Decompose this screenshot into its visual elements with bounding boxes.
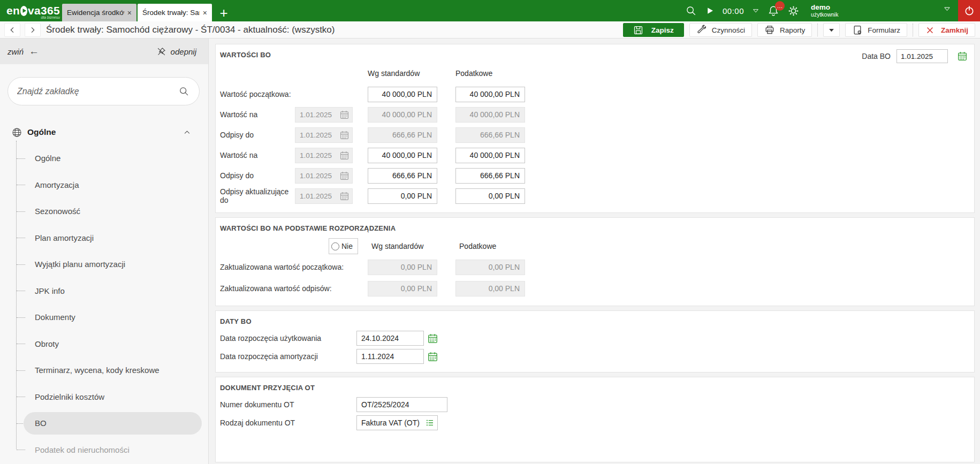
sidebar-item-amortyzacja[interactable]: Amortyzacja [0, 172, 208, 199]
chevron-down-icon[interactable] [943, 5, 951, 13]
rodzaj-dokumentu-ot-select[interactable] [356, 415, 438, 430]
wartosc-na-bo-tax-input[interactable] [455, 148, 525, 163]
form-icon [852, 25, 863, 35]
wartosc-na-date-input [300, 111, 334, 119]
forward-button[interactable] [25, 23, 41, 37]
wartosc-poczatkowa-tax-input[interactable] [455, 87, 525, 102]
arrow-left-icon: ← [29, 45, 39, 57]
sidebar-item-obroty[interactable]: Obroty [0, 331, 208, 357]
calendar-icon [339, 150, 350, 161]
topbar: en va365 dla biznesu Ewidencja środków t… [0, 0, 980, 21]
toolbar: Zapisz Czynności Raporty [618, 23, 975, 37]
sidebar-item-wyjatki-planu[interactable]: Wyjątki planu amortyzacji [0, 251, 208, 278]
sidebar-item-podzielniki[interactable]: Podzielniki kosztów [0, 384, 208, 410]
form-row: Wartość na [220, 145, 967, 165]
data-rozpoczecia-amortyzacji-input[interactable] [356, 349, 424, 364]
section-wartosci-bo: WARTOŚCI BO Data BO Wg standardów Podatk… [215, 44, 975, 213]
odpisy-aktualizujace-tax-input[interactable] [455, 188, 525, 204]
user-menu[interactable]: demo użytkownik [811, 4, 838, 18]
wartosc-poczatkowa-std-input[interactable] [368, 87, 437, 102]
reports-button[interactable]: Raporty [757, 23, 812, 37]
date-field [295, 148, 353, 163]
tab-ewidencja-srodkow[interactable]: Ewidencja środków tr... × [62, 4, 136, 21]
notifications-bell-icon[interactable]: … [768, 5, 779, 17]
form-row: Data rozpoczęcia użytkowania [220, 329, 967, 347]
save-button[interactable]: Zapisz [623, 23, 684, 37]
sidebar-item-dokumenty[interactable]: Dokumenty [0, 304, 208, 331]
search-icon[interactable] [685, 5, 697, 17]
calendar-icon[interactable] [427, 351, 438, 362]
app-window: en va365 dla biznesu Ewidencja środków t… [0, 0, 980, 464]
sidebar-item-plan-amortyzacji[interactable]: Plan amortyzacji [0, 225, 208, 252]
numer-dokumentu-ot-input[interactable] [356, 397, 447, 412]
close-tab-icon[interactable]: × [203, 9, 207, 17]
logo-text-left: en [6, 4, 20, 17]
form-row: Odpisy aktualizujące do [220, 186, 967, 206]
date-field [295, 188, 353, 204]
sidebar-item-ogolne[interactable]: Ogólne [0, 145, 208, 172]
column-header-standardy: Wg standardów [368, 69, 455, 78]
toolbar-separator [817, 24, 818, 36]
section-title: WARTOŚCI BO [220, 51, 967, 63]
sidebar-item-terminarz[interactable]: Terminarz, wycena, kody kreskowe [0, 357, 208, 384]
globe-icon [11, 127, 22, 138]
data-rozpoczecia-uzytkowania-input[interactable] [356, 331, 424, 346]
zaktualizowana-poczatkowa-tax-value [455, 260, 525, 275]
search-tab-input[interactable] [17, 87, 178, 96]
odpisy-aktualizujace-date-input [300, 192, 334, 200]
reports-dropdown-button[interactable] [823, 23, 840, 37]
radio-icon [331, 242, 339, 250]
session-timer: 00:00 [723, 6, 744, 16]
tab-srodek-trwaly[interactable]: Środek trwały: Sam... × [138, 4, 212, 21]
timer-chevron-icon[interactable] [752, 7, 759, 14]
odpisy-aktualizujace-std-input[interactable] [368, 188, 437, 204]
form-row: Wartość początkowa: [220, 84, 967, 104]
sidebar-item-bo[interactable]: BO [0, 410, 208, 437]
selected-highlight [24, 412, 202, 435]
form-row: Numer dokumentu OT [220, 395, 967, 414]
titlebar: Środek trwały: Samochód ciężarowy - ŚT/0… [0, 21, 980, 39]
form-button[interactable]: Formularz [845, 23, 907, 37]
close-tab-icon[interactable]: × [127, 9, 132, 17]
data-bo-label: Data BO [862, 52, 891, 60]
wartosc-na-bo-std-input[interactable] [368, 148, 437, 163]
form-row: Wartość na [220, 104, 967, 125]
odpisy-do-bo-date-input [300, 172, 334, 180]
radio-nie[interactable]: Nie [329, 238, 358, 254]
logout-power-button[interactable] [958, 0, 980, 21]
calendar-icon[interactable] [957, 51, 968, 62]
chevron-up-icon[interactable] [183, 128, 191, 136]
list-icon[interactable] [425, 418, 435, 428]
new-tab-button[interactable]: + [213, 4, 234, 21]
actions-button[interactable]: Czynności [689, 23, 752, 37]
wartosc-na-std-value [368, 107, 437, 123]
unpin-button[interactable]: odepnij [156, 47, 196, 57]
notification-badge: … [775, 1, 785, 11]
page-title: Środek trwały: Samochód ciężarowy - ŚT/0… [46, 25, 335, 35]
close-x-icon [925, 26, 935, 35]
sidebar-item-podatek-od-nieruchomosci[interactable]: Podatek od nieruchomości [0, 437, 208, 463]
section-title: WARTOŚCI BO NA PODSTAWIE ROZPORZĄDZENIA [220, 224, 967, 236]
save-floppy-icon [633, 25, 643, 35]
section-dokument-ot: DOKUMENT PRZYJĘCIA OT Numer dokumentu OT… [215, 377, 975, 462]
rodzaj-dokumentu-ot-value [361, 419, 425, 427]
printer-icon [764, 25, 775, 35]
back-button[interactable] [4, 23, 20, 37]
close-button[interactable]: Zamknij [918, 23, 975, 37]
sidebar-item-sezonowosc[interactable]: Sezonowość [0, 198, 208, 225]
user-name: demo [811, 4, 838, 12]
play-icon[interactable] [705, 6, 715, 16]
calendar-icon[interactable] [427, 333, 438, 344]
sidebar-item-jpk-info[interactable]: JPK info [0, 278, 208, 305]
date-field [295, 168, 353, 184]
data-bo-input[interactable] [897, 49, 948, 63]
collapse-sidebar-button[interactable]: zwiń ← [7, 45, 39, 57]
tree-root-ogolne[interactable]: Ogólne [0, 119, 208, 145]
settings-gear-icon[interactable] [787, 5, 800, 17]
odpisy-do-bo-std-input[interactable] [368, 168, 437, 184]
zaktualizowana-odpisy-tax-value [455, 281, 525, 296]
form-row: Data rozpoczęcia amortyzacji [220, 347, 967, 366]
column-header-podatkowe: Podatkowe [455, 69, 492, 78]
pin-slash-icon [156, 47, 166, 57]
odpisy-do-bo-tax-input[interactable] [455, 168, 525, 184]
